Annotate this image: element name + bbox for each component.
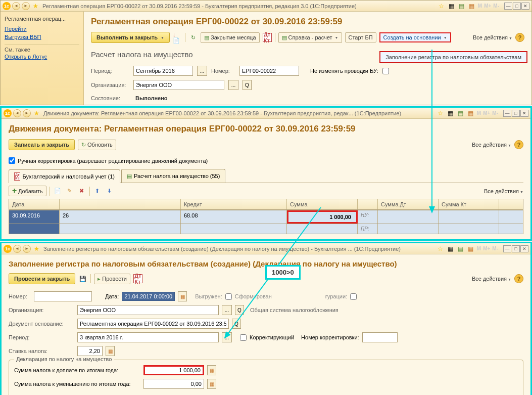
copy-icon[interactable]: 📄 [53,187,62,196]
create-base-dropdown[interactable]: Создать на основании▼ [379,32,451,42]
col-debit[interactable] [60,199,181,209]
docbase-input[interactable] [77,319,229,329]
all-actions-link[interactable]: Все действия▼ [473,34,512,40]
col-date[interactable]: Дата [9,199,60,209]
star-icon[interactable]: ☆ [437,245,445,253]
refresh-button[interactable]: ↻Обновить [78,140,116,150]
down-icon[interactable]: ⬇ [105,187,114,196]
org-dots[interactable]: ... [228,80,238,90]
rate-input[interactable] [77,346,103,356]
maximize-button[interactable]: □ [512,245,520,252]
dtkt-icon[interactable]: ДтКт [133,274,142,283]
help-icon[interactable]: ? [515,33,524,42]
spravka-button[interactable]: ▤Справка - расчет▼ [278,32,342,43]
tab-taxcalc[interactable]: ▤Расчет налога на имущество (55) [121,169,225,183]
period-input[interactable] [133,66,193,76]
date-cal[interactable]: ▦ [178,291,187,301]
sum-reduce-calc[interactable]: ▦ [207,379,216,389]
sum-pay-calc[interactable]: ▦ [207,365,216,375]
corrnum-input[interactable] [362,332,398,342]
grid-row[interactable]: ПР: [9,224,523,234]
help-icon[interactable]: ? [514,140,523,149]
favorite-icon[interactable]: ★ [32,245,40,253]
maximize-button[interactable]: □ [512,110,520,117]
sidebar-link-go[interactable]: Перейти [5,25,79,33]
col-sumkt[interactable]: Сумма Кт [439,199,499,209]
startbp-button[interactable]: Старт БП [345,32,376,42]
calc-icon[interactable]: ▤ [457,245,465,253]
col-credit[interactable]: Кредит [181,199,287,209]
number-input[interactable] [239,66,299,76]
col-sumdt[interactable]: Сумма Дт [378,199,439,209]
correcting-checkbox[interactable] [240,334,247,341]
org-input[interactable] [133,80,224,90]
tab-accounting[interactable]: ДтКтБухгалтерский и налоговый учет (1) [9,169,120,183]
close-button[interactable]: ✕ [520,110,528,117]
sidebar-link-vbp[interactable]: Выгрузка ВБП [5,33,79,41]
calc-icon[interactable]: ▤ [457,109,465,117]
rate-calc[interactable]: ▦ [106,346,115,356]
calendar-icon[interactable]: ▦ [468,2,476,10]
date-input[interactable]: 21.04.2017 0:00:00 [122,292,175,301]
calc-icon[interactable]: ▤ [458,2,466,10]
period-input[interactable] [77,332,219,342]
uploaded-checkbox[interactable] [225,293,232,300]
period-dots[interactable]: ... [222,332,232,342]
maximize-button[interactable]: □ [513,3,521,10]
nav-fwd-icon[interactable]: ► [22,2,30,10]
config-checkbox[interactable] [350,293,357,300]
save-close-button[interactable]: Записать и закрыть [9,139,75,150]
calendar-icon[interactable]: ▦ [467,109,475,117]
org-q[interactable]: Q [243,80,252,90]
org-q[interactable]: Q [235,305,244,315]
minimize-button[interactable]: — [503,245,511,252]
star-icon[interactable]: ☆ [437,109,445,117]
dtkt-icon[interactable]: ДтКт [263,33,272,42]
help-icon[interactable]: ? [514,274,523,283]
all-actions-link[interactable]: Все действия▼ [472,276,511,282]
post-button[interactable]: ▸Провести [94,274,130,284]
grid-icon[interactable]: ▦ [447,109,455,117]
sidebar-link-lotus[interactable]: Открыть в Лотус [5,53,79,61]
dropdown-fill-register[interactable]: Заполнение регистра по налоговым обязате… [379,51,527,63]
star-icon[interactable]: ☆ [438,2,446,10]
org-dots[interactable]: ... [222,305,232,315]
favorite-icon[interactable]: ★ [32,109,40,117]
action-icon-2[interactable]: ↻ [188,33,198,42]
nav-back-icon[interactable]: ◄ [13,109,21,117]
col-sum[interactable]: Сумма [287,199,358,209]
favorite-icon[interactable]: ★ [31,2,39,10]
manual-checkbox[interactable] [9,157,15,164]
execute-close-button[interactable]: Выполнить и закрыть▼ [91,32,170,43]
all-actions-link[interactable]: Все действия▼ [484,188,523,194]
config-label: гурации: [325,293,347,299]
save-icon[interactable]: 💾 [78,274,87,283]
grid-icon[interactable]: ▦ [448,2,456,10]
nav-fwd-icon[interactable]: ► [23,245,31,253]
post-close-button[interactable]: Провести и закрыть [9,273,75,284]
grid-icon[interactable]: ▦ [447,245,455,253]
close-button[interactable]: ✕ [521,3,529,10]
close-month-button[interactable]: ▤Закрытие месяца [201,32,260,43]
close-button[interactable]: ✕ [520,245,528,252]
grid-row[interactable]: 30.09.2016 26 68.08 1 000,00 НУ: [9,210,523,224]
docbase-q[interactable]: Q [232,319,241,329]
minimize-button[interactable]: — [503,110,511,117]
sum-reduce-input[interactable] [143,379,204,389]
nav-back-icon[interactable]: ◄ [12,2,20,10]
action-icon[interactable]: ↓📄 [173,33,182,42]
minimize-button[interactable]: — [504,3,512,10]
add-button[interactable]: ✚Добавить [9,186,46,196]
nav-fwd-icon[interactable]: ► [23,109,31,117]
up-icon[interactable]: ⬆ [93,187,102,196]
edit-icon[interactable]: ✎ [65,187,74,196]
sum-pay-input[interactable] [143,365,204,375]
calendar-icon[interactable]: ▦ [467,245,475,253]
all-actions-link[interactable]: Все действия▼ [472,142,511,148]
number-input[interactable] [34,291,92,301]
nav-back-icon[interactable]: ◄ [13,245,21,253]
delete-icon[interactable]: ✖ [77,187,86,196]
period-dots[interactable]: ... [197,66,207,76]
nochange-checkbox[interactable] [382,68,389,74]
org-input[interactable] [77,305,219,315]
